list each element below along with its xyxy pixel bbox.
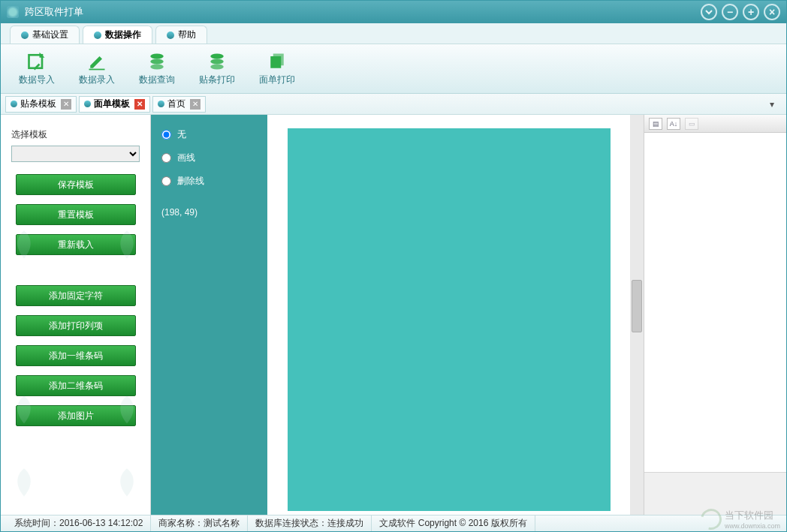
status-bar: 系统时间：2016-06-13 14:12:02 商家名称：测试名称 数据库连接… [1,515,786,531]
title-bar: 跨区取件打单 − + × [1,1,786,23]
close-icon[interactable]: ✕ [190,99,201,110]
bullet-icon [84,101,91,107]
draw-mode-panel: 无 画线 删除线 (198, 49) [151,115,267,515]
property-description [644,473,786,515]
save-template-button[interactable]: 保存模板 [16,174,136,195]
subtab-label: 面单模板 [94,98,130,110]
property-panel: ▤ A↓ ▭ [644,115,786,515]
template-canvas[interactable] [288,128,611,511]
bullet-icon [11,101,17,107]
property-pages-icon: ▭ [685,118,698,130]
template-sidebar: 选择模板 保存模板 重置模板 重新载入 添加固定字符 添加打印列项 添加一维条码… [1,115,151,515]
coordinate-display: (198, 49) [161,207,257,218]
subtab-label: 首页 [167,98,185,110]
svg-point-6 [210,59,224,65]
tab-label: 帮助 [178,29,196,41]
svg-point-2 [150,54,164,59]
toolbar-label: 面单打印 [259,74,295,86]
toolbar-entry[interactable]: 数据录入 [67,47,127,90]
subtab-label-template[interactable]: 贴条模板✕ [5,96,77,113]
property-toolbar: ▤ A↓ ▭ [644,115,786,133]
close-icon[interactable]: ✕ [61,99,71,110]
status-copyright: 文成软件 Copyright © 2016 版权所有 [372,515,535,531]
radio-none[interactable]: 无 [161,128,257,141]
database-icon [146,51,168,72]
select-template-label: 选择模板 [11,128,140,141]
toolbar: 数据导入 数据录入 数据查询 贴条打印 面单打印 [1,44,786,94]
toolbar-sheet-print[interactable]: 面单打印 [247,47,307,90]
subtab-home[interactable]: 首页✕ [152,96,206,113]
radio-delete-line[interactable]: 删除线 [161,175,257,188]
property-grid[interactable] [644,133,786,473]
bullet-icon [167,32,174,39]
toolbar-label-print[interactable]: 贴条打印 [187,47,247,90]
add-1d-barcode-button[interactable]: 添加一维条码 [16,345,136,366]
svg-point-3 [150,59,164,65]
toolbar-import[interactable]: 数据导入 [7,47,67,90]
status-db: 数据库连接状态：连接成功 [248,515,372,531]
app-icon [7,6,19,18]
reset-template-button[interactable]: 重置模板 [16,204,136,225]
template-select[interactable] [11,146,140,162]
content-area: 选择模板 保存模板 重置模板 重新载入 添加固定字符 添加打印列项 添加一维条码… [1,115,786,515]
canvas-viewport[interactable] [267,115,630,515]
import-icon [26,51,48,72]
main-tab-bar: 基础设置 数据操作 帮助 [1,23,786,44]
close-icon[interactable]: ✕ [134,99,145,110]
add-fixed-text-button[interactable]: 添加固定字符 [16,285,136,306]
svg-point-5 [210,54,224,59]
sub-tab-bar: 贴条模板✕ 面单模板✕ 首页✕ ▾ [1,94,786,115]
dropdown-button[interactable] [701,4,717,20]
minimize-button[interactable]: − [722,4,738,20]
vertical-scrollbar[interactable] [630,115,644,515]
status-time: 系统时间：2016-06-13 14:12:02 [7,515,151,531]
add-print-column-button[interactable]: 添加打印列项 [16,315,136,336]
svg-rect-9 [270,56,281,68]
scrollbar-thumb[interactable] [632,280,642,332]
sheets-icon [266,51,288,72]
status-merchant: 商家名称：测试名称 [151,515,248,531]
subtab-label: 贴条模板 [20,98,56,110]
subtab-sheet-template[interactable]: 面单模板✕ [79,96,150,113]
tab-overflow-icon[interactable]: ▾ [770,99,782,110]
bullet-icon [21,32,29,39]
tab-data-operations[interactable]: 数据操作 [83,26,152,44]
database-icon [206,51,228,72]
bullet-icon [94,32,101,39]
close-button[interactable]: × [764,4,780,20]
alphabetical-icon[interactable]: A↓ [667,118,680,130]
tab-basic-settings[interactable]: 基础设置 [10,26,80,44]
categorized-icon[interactable]: ▤ [649,118,662,130]
toolbar-label: 数据查询 [139,74,175,86]
window-title: 跨区取件打单 [25,5,696,19]
edit-icon [86,51,108,72]
maximize-button[interactable]: + [743,4,759,20]
toolbar-label: 贴条打印 [199,74,235,86]
bullet-icon [158,101,164,107]
toolbar-label: 数据录入 [79,74,115,86]
tab-label: 基础设置 [32,29,68,41]
toolbar-label: 数据导入 [19,74,55,86]
svg-point-7 [210,65,224,70]
radio-draw-line[interactable]: 画线 [161,152,257,164]
toolbar-query[interactable]: 数据查询 [127,47,187,90]
tab-help[interactable]: 帮助 [155,26,207,44]
svg-point-4 [150,65,164,70]
tab-label: 数据操作 [105,29,141,41]
